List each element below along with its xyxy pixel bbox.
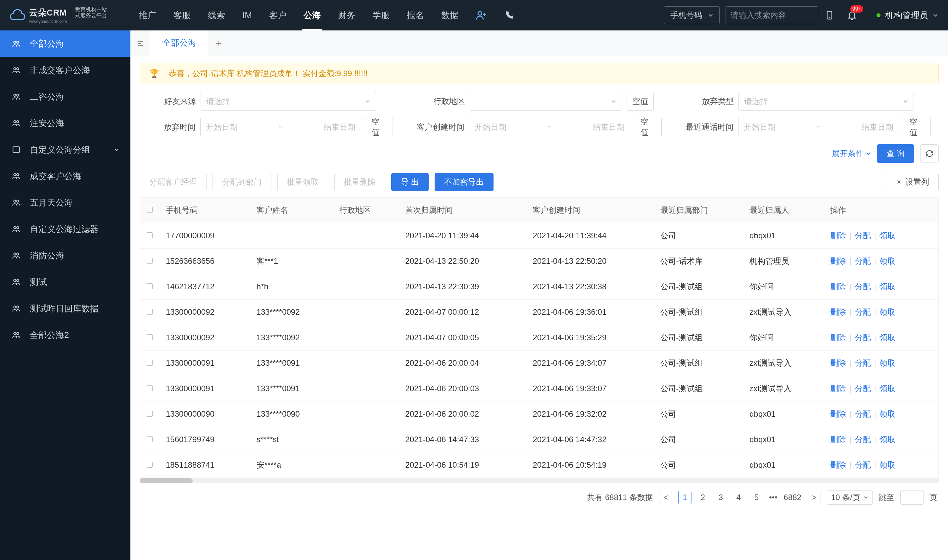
op-assign[interactable]: 分配 <box>855 257 871 265</box>
add-user-icon[interactable] <box>467 0 496 31</box>
row-checkbox[interactable] <box>147 309 152 315</box>
nav-item-7[interactable]: 学服 <box>364 0 398 31</box>
batch-delete-button[interactable]: 批量删除 <box>334 173 385 191</box>
assign-dept-button[interactable]: 分配到部门 <box>212 173 271 191</box>
next-page[interactable]: > <box>808 491 821 504</box>
null-value-btn[interactable]: 空值 <box>626 92 654 111</box>
op-delete[interactable]: 删除 <box>830 384 846 393</box>
search-type-select[interactable]: 手机号码 <box>664 6 720 24</box>
op-claim[interactable]: 领取 <box>879 409 896 418</box>
op-delete[interactable]: 删除 <box>830 231 846 240</box>
op-assign[interactable]: 分配 <box>855 333 871 342</box>
row-checkbox[interactable] <box>147 462 152 468</box>
admin-area-select[interactable] <box>470 92 622 111</box>
page-3[interactable]: 3 <box>714 491 727 504</box>
op-delete[interactable]: 删除 <box>830 409 846 418</box>
op-claim[interactable]: 领取 <box>879 257 896 265</box>
row-checkbox[interactable] <box>147 334 152 340</box>
sidebar-item-7[interactable]: 自定义公海过滤器 <box>0 216 131 242</box>
page-5[interactable]: 5 <box>750 491 763 504</box>
nav-item-4[interactable]: 客户 <box>260 0 295 31</box>
op-assign[interactable]: 分配 <box>855 435 871 444</box>
sidebar-item-4[interactable]: 自定义公海分组 <box>0 136 131 163</box>
sidebar-item-10[interactable]: 测试昨日回库数据 <box>0 295 131 322</box>
search-input[interactable] <box>731 11 830 20</box>
op-claim[interactable]: 领取 <box>879 308 896 316</box>
page-4[interactable]: 4 <box>732 491 745 504</box>
op-delete[interactable]: 删除 <box>830 460 846 469</box>
op-assign[interactable]: 分配 <box>855 460 871 469</box>
row-checkbox[interactable] <box>147 283 152 289</box>
nav-item-2[interactable]: 线索 <box>199 0 234 31</box>
nav-item-6[interactable]: 财务 <box>329 0 364 31</box>
query-button[interactable]: 查 询 <box>877 144 914 163</box>
sidebar-item-11[interactable]: 全部公海2 <box>0 322 131 348</box>
phone-icon[interactable] <box>496 0 523 31</box>
sidebar-item-1[interactable]: 非成交客户公海 <box>0 57 131 83</box>
row-checkbox[interactable] <box>147 258 152 264</box>
op-assign[interactable]: 分配 <box>855 308 871 316</box>
op-assign[interactable]: 分配 <box>855 384 871 393</box>
prev-page[interactable]: < <box>659 491 672 504</box>
op-assign[interactable]: 分配 <box>855 231 871 240</box>
row-checkbox[interactable] <box>147 436 152 442</box>
op-claim[interactable]: 领取 <box>879 460 896 469</box>
export-noenc-button[interactable]: 不加密导出 <box>435 173 494 191</box>
batch-claim-button[interactable]: 批量领取 <box>277 173 328 191</box>
user-menu[interactable]: 机构管理员 <box>877 9 938 21</box>
sidebar-item-0[interactable]: 全部公海 <box>0 31 131 57</box>
tabbar-collapse-icon[interactable] <box>131 31 150 56</box>
page-2[interactable]: 2 <box>696 491 709 504</box>
row-checkbox[interactable] <box>147 232 152 238</box>
checkbox-all[interactable] <box>147 207 152 213</box>
friend-source-select[interactable]: 请选择 <box>201 92 376 111</box>
op-delete[interactable]: 删除 <box>830 333 846 342</box>
op-assign[interactable]: 分配 <box>855 282 871 291</box>
bell-icon[interactable]: 99+ <box>844 7 860 23</box>
tab-add[interactable]: ＋ <box>209 31 229 56</box>
mobile-icon[interactable] <box>822 7 837 23</box>
sidebar-item-6[interactable]: 五月天公海 <box>0 189 131 216</box>
nav-item-8[interactable]: 报名 <box>398 0 432 31</box>
jump-input[interactable] <box>900 490 923 505</box>
export-button[interactable]: 导 出 <box>391 173 429 191</box>
page-1[interactable]: 1 <box>678 491 691 504</box>
nav-item-3[interactable]: IM <box>234 0 260 31</box>
op-assign[interactable]: 分配 <box>855 358 871 368</box>
op-delete[interactable]: 删除 <box>830 435 846 444</box>
op-claim[interactable]: 领取 <box>879 333 896 342</box>
op-claim[interactable]: 领取 <box>879 282 896 291</box>
null-value-btn[interactable]: 空值 <box>635 118 662 136</box>
refresh-button[interactable] <box>920 144 939 163</box>
horizontal-scrollbar[interactable] <box>140 478 939 483</box>
nav-item-9[interactable]: 数据 <box>432 0 467 31</box>
assign-manager-button[interactable]: 分配客户经理 <box>140 173 206 191</box>
sidebar-item-2[interactable]: 二咨公海 <box>0 83 131 110</box>
tab-all-public[interactable]: 全部公海 <box>150 31 209 56</box>
recent-call-range[interactable]: 开始日期~结束日期 <box>738 118 899 136</box>
sidebar-item-8[interactable]: 消防公海 <box>0 242 131 269</box>
abandon-time-range[interactable]: 开始日期~结束日期 <box>200 118 361 136</box>
row-checkbox[interactable] <box>147 385 152 391</box>
set-columns-button[interactable]: 设置列 <box>886 173 939 191</box>
op-claim[interactable]: 领取 <box>879 435 896 444</box>
op-delete[interactable]: 删除 <box>830 308 846 316</box>
op-claim[interactable]: 领取 <box>879 231 896 240</box>
op-delete[interactable]: 删除 <box>830 358 846 368</box>
last-page[interactable]: 6882 <box>783 491 802 504</box>
nav-item-5[interactable]: 公海 <box>295 0 329 31</box>
sidebar-item-9[interactable]: 测试 <box>0 269 131 295</box>
null-value-btn[interactable]: 空值 <box>903 118 931 136</box>
row-checkbox[interactable] <box>147 411 152 417</box>
op-delete[interactable]: 删除 <box>830 257 846 265</box>
expand-filters[interactable]: 展开条件 <box>832 148 871 159</box>
page-size-select[interactable]: 10 条/页 <box>827 490 873 505</box>
op-claim[interactable]: 领取 <box>879 358 896 368</box>
nav-item-0[interactable]: 推广 <box>131 0 165 31</box>
sidebar-item-3[interactable]: 注安公海 <box>0 110 131 136</box>
sidebar-item-5[interactable]: 成交客户公海 <box>0 163 131 189</box>
op-claim[interactable]: 领取 <box>879 384 896 393</box>
abandon-type-select[interactable]: 请选择 <box>739 92 914 111</box>
create-time-range[interactable]: 开始日期~结束日期 <box>469 118 630 136</box>
null-value-btn[interactable]: 空值 <box>366 118 393 136</box>
